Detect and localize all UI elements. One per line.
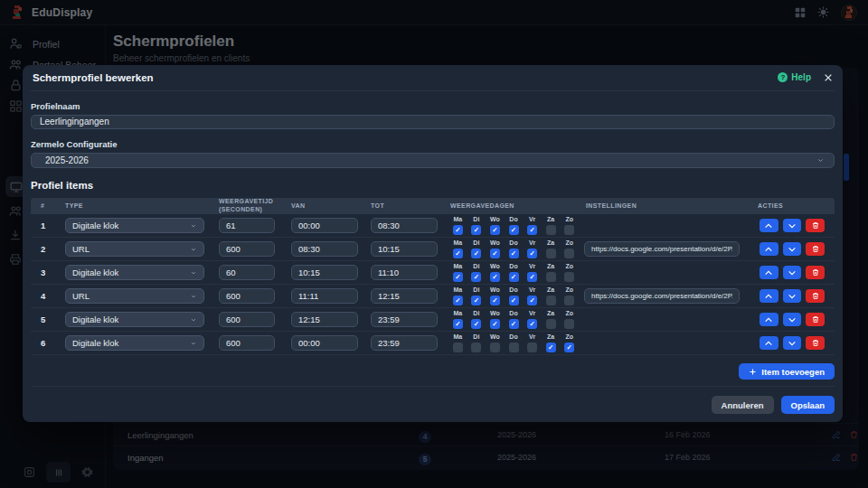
duration-input[interactable] — [219, 335, 275, 351]
day-checkbox-wo[interactable] — [490, 249, 500, 258]
van-time-input[interactable] — [291, 265, 358, 280]
duration-input[interactable] — [219, 288, 275, 304]
move-up-button[interactable] — [760, 336, 778, 350]
day-checkbox-zo[interactable] — [564, 343, 574, 352]
van-time-input[interactable] — [291, 288, 358, 304]
day-checkbox-vr[interactable] — [527, 225, 537, 235]
day-checkbox-za[interactable] — [546, 319, 556, 329]
tot-time-input[interactable] — [371, 335, 438, 351]
day-checkbox-ma[interactable] — [453, 319, 463, 329]
day-checkbox-di[interactable] — [471, 296, 481, 305]
duration-input[interactable] — [219, 218, 275, 233]
day-checkbox-di[interactable] — [471, 249, 481, 258]
delete-button[interactable] — [806, 242, 825, 256]
day-checkbox-wo[interactable] — [490, 225, 500, 235]
delete-button[interactable] — [806, 336, 825, 350]
day-checkbox-ma[interactable] — [453, 249, 463, 258]
type-cell: Digitale klok — [58, 265, 212, 280]
type-select[interactable]: URL — [65, 241, 204, 257]
day-label: Vr — [529, 286, 535, 294]
tot-time-input[interactable] — [371, 241, 438, 257]
delete-button[interactable] — [806, 313, 825, 326]
day-checkbox-zo[interactable] — [564, 319, 574, 329]
type-select[interactable]: Digitale klok — [65, 218, 204, 233]
type-select[interactable]: Digitale klok — [65, 335, 204, 351]
delete-button[interactable] — [806, 219, 825, 232]
day-checkbox-zo[interactable] — [564, 225, 574, 235]
day-column-ma: Ma — [448, 239, 467, 258]
day-checkbox-za[interactable] — [546, 272, 556, 282]
save-button[interactable]: Opslaan — [781, 396, 835, 414]
delete-button[interactable] — [806, 266, 825, 279]
day-checkbox-za[interactable] — [546, 225, 556, 235]
van-cell — [284, 335, 363, 351]
day-checkbox-vr[interactable] — [527, 272, 537, 282]
day-checkbox-ma[interactable] — [453, 272, 463, 282]
van-time-input[interactable] — [291, 241, 358, 257]
move-down-button[interactable] — [783, 313, 802, 326]
duration-input[interactable] — [219, 241, 275, 257]
move-down-button[interactable] — [783, 289, 802, 303]
close-icon[interactable] — [824, 73, 833, 82]
zermelo-config-select[interactable]: 2025-2026 — [31, 153, 835, 168]
tot-time-input[interactable] — [371, 312, 438, 327]
day-label: Vr — [529, 333, 535, 341]
day-checkbox-zo[interactable] — [564, 272, 574, 282]
day-checkbox-di[interactable] — [471, 343, 481, 352]
help-link[interactable]: ? Help — [778, 72, 811, 82]
tot-time-input[interactable] — [371, 265, 438, 280]
move-down-button[interactable] — [783, 336, 802, 350]
settings-url-input[interactable] — [584, 288, 740, 304]
move-up-button[interactable] — [760, 313, 778, 326]
day-checkbox-wo[interactable] — [490, 296, 500, 305]
day-checkbox-do[interactable] — [509, 272, 519, 282]
tot-time-input[interactable] — [371, 288, 438, 304]
day-checkbox-do[interactable] — [509, 296, 519, 305]
duration-input[interactable] — [219, 265, 275, 280]
day-checkbox-vr[interactable] — [527, 249, 537, 258]
day-checkbox-vr[interactable] — [527, 319, 537, 329]
day-checkbox-ma[interactable] — [453, 225, 463, 235]
move-down-button[interactable] — [783, 266, 802, 279]
van-time-input[interactable] — [291, 335, 358, 351]
type-select[interactable]: Digitale klok — [65, 312, 204, 327]
day-checkbox-za[interactable] — [546, 296, 556, 305]
duration-input[interactable] — [219, 312, 275, 327]
delete-button[interactable] — [806, 289, 825, 303]
day-checkbox-ma[interactable] — [453, 343, 463, 352]
day-checkbox-za[interactable] — [546, 249, 556, 258]
day-checkbox-za[interactable] — [546, 343, 556, 352]
cancel-button[interactable]: Annuleren — [712, 396, 774, 414]
move-up-button[interactable] — [760, 266, 778, 279]
day-checkbox-di[interactable] — [471, 319, 481, 329]
day-checkbox-ma[interactable] — [453, 296, 463, 305]
day-checkbox-do[interactable] — [509, 225, 519, 235]
day-checkbox-do[interactable] — [509, 343, 519, 352]
move-up-button[interactable] — [760, 242, 778, 256]
day-checkbox-do[interactable] — [509, 319, 519, 329]
day-checkbox-do[interactable] — [509, 249, 519, 258]
van-time-input[interactable] — [291, 312, 358, 327]
type-select[interactable]: URL — [65, 288, 204, 304]
type-select[interactable]: Digitale klok — [65, 265, 204, 280]
tot-time-input[interactable] — [371, 218, 438, 233]
move-down-button[interactable] — [783, 242, 802, 256]
settings-url-input[interactable] — [584, 241, 740, 257]
move-down-button[interactable] — [783, 219, 802, 232]
day-checkbox-vr[interactable] — [527, 343, 537, 352]
row-number: 3 — [31, 267, 58, 277]
day-checkbox-zo[interactable] — [564, 249, 574, 258]
day-checkbox-di[interactable] — [471, 225, 481, 235]
add-item-button[interactable]: Item toevoegen — [739, 363, 835, 380]
day-checkbox-di[interactable] — [471, 272, 481, 282]
day-checkbox-vr[interactable] — [527, 296, 537, 305]
move-up-button[interactable] — [760, 219, 778, 232]
day-checkbox-wo[interactable] — [490, 319, 500, 329]
day-checkbox-zo[interactable] — [564, 296, 574, 305]
day-checkbox-wo[interactable] — [490, 343, 500, 352]
profielnaam-input[interactable] — [31, 115, 835, 130]
day-checkbox-wo[interactable] — [490, 272, 500, 282]
day-column-wo: Wo — [486, 216, 505, 235]
move-up-button[interactable] — [760, 289, 778, 303]
van-time-input[interactable] — [291, 218, 358, 233]
